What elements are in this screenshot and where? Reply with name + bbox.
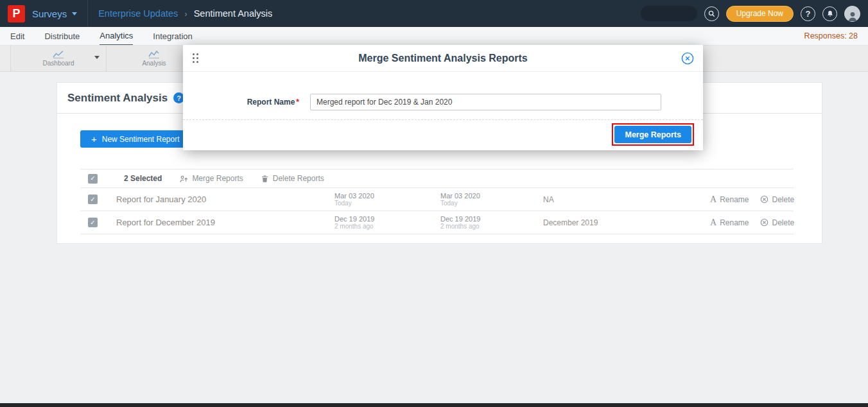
- help-icon[interactable]: ?: [801, 6, 815, 21]
- brand-logo-letter: P: [12, 7, 20, 21]
- delete-action[interactable]: Delete: [760, 195, 794, 204]
- responses-count: Responses: 28: [804, 31, 858, 40]
- created-date-relative: Today: [334, 200, 440, 207]
- row-checkbox[interactable]: [88, 195, 98, 204]
- row-actions: A Rename Delete: [710, 195, 794, 204]
- rename-action[interactable]: A Rename: [710, 218, 749, 227]
- modal-footer: Merge Reports: [183, 120, 703, 150]
- required-marker: *: [296, 98, 299, 107]
- report-name-label: Report Name*: [183, 98, 299, 107]
- trash-icon: [261, 175, 268, 183]
- upgrade-now-button[interactable]: Upgrade Now: [726, 6, 794, 22]
- new-sentiment-report-button[interactable]: + New Sentiment Report: [80, 130, 191, 148]
- select-all-checkbox[interactable]: [88, 174, 98, 184]
- modified-date-relative: Today: [440, 200, 543, 207]
- topbar-actions: Upgrade Now ?: [641, 6, 868, 22]
- toolbar-item-dashboard-label: Dashboard: [43, 60, 74, 67]
- notifications-bell-icon[interactable]: [822, 6, 837, 21]
- menu-item-distribute[interactable]: Distribute: [44, 28, 80, 45]
- plus-icon: +: [91, 134, 97, 144]
- created-date-cell: Mar 03 2020 Today: [334, 192, 440, 207]
- section-menu: Edit Distribute Analytics Integration Re…: [0, 27, 868, 46]
- rename-icon: A: [710, 195, 716, 204]
- brand-logo[interactable]: P: [8, 5, 25, 22]
- chevron-down-icon[interactable]: [94, 56, 100, 59]
- menu-item-edit[interactable]: Edit: [10, 28, 24, 45]
- page-help-glyph: ?: [177, 94, 181, 102]
- top-bar: P Surveys Enterprise Updates › Sentiment…: [0, 0, 868, 27]
- delete-reports-label: Delete Reports: [273, 174, 324, 183]
- merge-reports-modal: Merge Sentiment Analysis Reports Report …: [183, 45, 703, 150]
- drag-handle-icon[interactable]: [193, 53, 199, 64]
- bulk-actions-row: 2 Selected Merge Reports Delete Reports: [80, 169, 794, 188]
- help-glyph: ?: [806, 9, 811, 19]
- report-row-december-2019: Report for December 2019 Dec 19 2019 2 m…: [80, 211, 794, 234]
- created-date: Mar 03 2020: [334, 192, 440, 200]
- report-name-field-row: Report Name*: [183, 94, 703, 110]
- topbar-divider: [87, 0, 88, 27]
- rename-icon: A: [710, 218, 716, 227]
- delete-label: Delete: [772, 195, 794, 204]
- modified-date: Mar 03 2020: [440, 192, 543, 200]
- row-checkbox[interactable]: [88, 218, 98, 227]
- upgrade-now-label: Upgrade Now: [736, 9, 783, 18]
- report-name-link[interactable]: Report for January 2020: [116, 195, 334, 204]
- report-name-label-text: Report Name: [247, 98, 295, 107]
- delete-label: Delete: [772, 218, 794, 227]
- created-date: Dec 19 2019: [334, 215, 440, 223]
- merge-reports-highlight: Merge Reports: [614, 126, 691, 143]
- dashboard-chart-icon: [53, 50, 64, 58]
- modified-date-cell: Mar 03 2020 Today: [440, 192, 543, 207]
- reports-table: 2 Selected Merge Reports Delete Reports …: [80, 169, 794, 234]
- created-date-cell: Dec 19 2019 2 months ago: [334, 215, 440, 230]
- row-actions: A Rename Delete: [710, 218, 794, 227]
- rename-action[interactable]: A Rename: [710, 195, 749, 204]
- report-period: NA: [543, 195, 710, 204]
- user-avatar[interactable]: [844, 6, 860, 22]
- search-icon[interactable]: [704, 6, 719, 21]
- app-screen: P Surveys Enterprise Updates › Sentiment…: [0, 0, 868, 407]
- menu-item-analytics[interactable]: Analytics: [100, 27, 133, 45]
- modified-date-cell: Dec 19 2019 2 months ago: [440, 215, 543, 230]
- breadcrumb-separator: ›: [184, 9, 187, 19]
- report-row-january-2020: Report for January 2020 Mar 03 2020 Toda…: [80, 188, 794, 211]
- product-name: Surveys: [32, 8, 67, 19]
- product-switcher[interactable]: Surveys: [32, 8, 77, 19]
- delete-reports-action[interactable]: Delete Reports: [261, 174, 324, 183]
- analysis-chart-icon: [148, 50, 160, 58]
- delete-circle-icon: [760, 195, 768, 204]
- toolbar-item-analysis-label: Analysis: [142, 60, 166, 67]
- modified-date-relative: 2 months ago: [440, 223, 543, 230]
- breadcrumb: Enterprise Updates › Sentiment Analysis: [98, 8, 272, 19]
- rename-label: Rename: [720, 218, 749, 227]
- merge-reports-button[interactable]: Merge Reports: [614, 126, 691, 143]
- toolbar-item-dashboard[interactable]: Dashboard: [10, 46, 107, 71]
- breadcrumb-current: Sentiment Analysis: [194, 8, 273, 19]
- bottom-edge-strip: [0, 403, 868, 407]
- delete-circle-icon: [760, 218, 768, 227]
- report-name-input[interactable]: [310, 94, 661, 110]
- new-sentiment-report-label: New Sentiment Report: [102, 135, 180, 144]
- selected-count: 2 Selected: [124, 174, 162, 183]
- modal-title: Merge Sentiment Analysis Reports: [183, 45, 703, 72]
- chevron-down-icon: [72, 12, 77, 15]
- delete-action[interactable]: Delete: [760, 218, 794, 227]
- report-period: December 2019: [543, 218, 710, 227]
- modified-date: Dec 19 2019: [440, 215, 543, 223]
- menu-item-integration[interactable]: Integration: [153, 28, 192, 45]
- merge-reports-action[interactable]: Merge Reports: [180, 174, 243, 183]
- page-title: Sentiment Analysis: [67, 92, 168, 105]
- modal-header: Merge Sentiment Analysis Reports: [183, 45, 703, 72]
- created-date-relative: 2 months ago: [334, 223, 440, 230]
- report-name-link[interactable]: Report for December 2019: [116, 218, 334, 227]
- breadcrumb-parent[interactable]: Enterprise Updates: [98, 8, 178, 19]
- modal-close-icon[interactable]: [681, 52, 694, 65]
- merge-reports-label: Merge Reports: [192, 174, 243, 183]
- search-input[interactable]: [641, 6, 697, 21]
- rename-label: Rename: [720, 195, 749, 204]
- merge-icon: [180, 175, 187, 183]
